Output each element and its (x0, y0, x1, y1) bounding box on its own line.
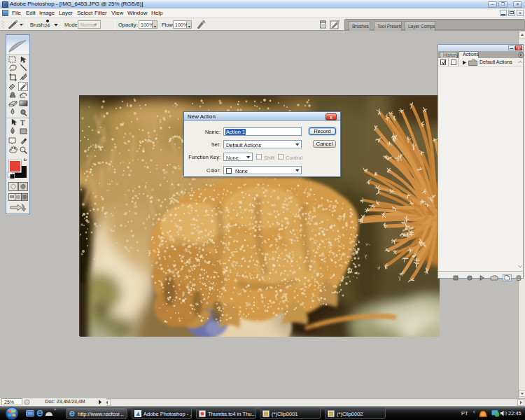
svg-text:T: T (20, 118, 25, 127)
